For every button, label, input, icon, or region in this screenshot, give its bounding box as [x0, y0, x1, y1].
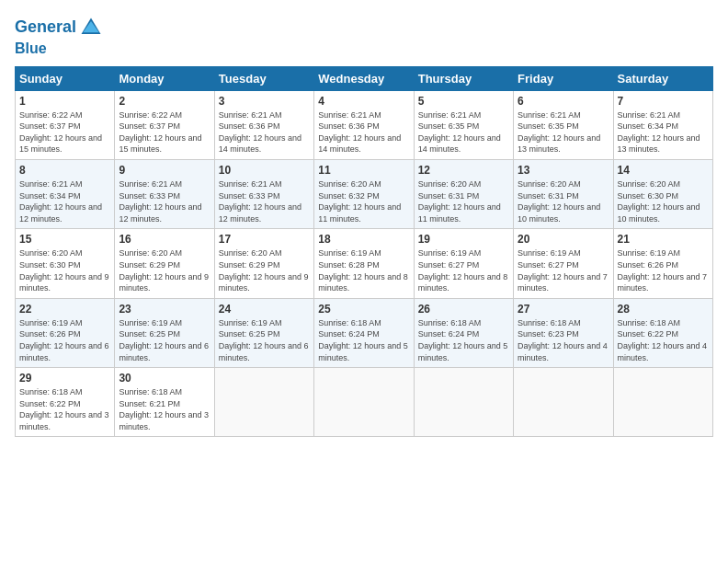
calendar-cell: 21 Sunrise: 6:19 AMSunset: 6:26 PMDaylig… [613, 229, 712, 298]
day-info: Sunrise: 6:22 AMSunset: 6:37 PMDaylight:… [119, 110, 201, 155]
day-header-saturday: Saturday [613, 66, 712, 90]
day-info: Sunrise: 6:18 AMSunset: 6:24 PMDaylight:… [318, 318, 408, 362]
day-info: Sunrise: 6:20 AMSunset: 6:29 PMDaylight:… [119, 248, 209, 293]
day-number: 11 [318, 164, 409, 177]
calendar-container: General Blue SundayMondayTuesdayWednesda… [0, 0, 728, 563]
day-header-monday: Monday [115, 66, 214, 90]
day-info: Sunrise: 6:18 AMSunset: 6:22 PMDaylight:… [618, 318, 708, 362]
calendar-cell [514, 368, 613, 437]
svg-marker-1 [83, 21, 99, 32]
calendar-cell: 26 Sunrise: 6:18 AMSunset: 6:24 PMDaylig… [414, 298, 513, 367]
calendar-week-4: 22 Sunrise: 6:19 AMSunset: 6:26 PMDaylig… [16, 298, 713, 367]
calendar-cell: 1 Sunrise: 6:22 AMSunset: 6:37 PMDayligh… [16, 90, 115, 159]
day-info: Sunrise: 6:20 AMSunset: 6:29 PMDaylight:… [219, 248, 309, 293]
calendar-cell: 8 Sunrise: 6:21 AMSunset: 6:34 PMDayligh… [16, 159, 115, 228]
calendar-cell: 27 Sunrise: 6:18 AMSunset: 6:23 PMDaylig… [514, 298, 613, 367]
day-number: 1 [19, 95, 110, 108]
calendar-cell: 9 Sunrise: 6:21 AMSunset: 6:33 PMDayligh… [115, 159, 214, 228]
calendar-cell: 16 Sunrise: 6:20 AMSunset: 6:29 PMDaylig… [115, 229, 214, 298]
calendar-cell: 11 Sunrise: 6:20 AMSunset: 6:32 PMDaylig… [314, 159, 414, 228]
day-number: 2 [119, 95, 210, 108]
day-info: Sunrise: 6:18 AMSunset: 6:24 PMDaylight:… [418, 318, 508, 362]
day-info: Sunrise: 6:21 AMSunset: 6:36 PMDaylight:… [219, 110, 301, 155]
day-info: Sunrise: 6:20 AMSunset: 6:32 PMDaylight:… [318, 179, 401, 224]
calendar-cell [613, 368, 712, 437]
calendar-cell: 10 Sunrise: 6:21 AMSunset: 6:33 PMDaylig… [214, 159, 313, 228]
day-number: 6 [518, 95, 609, 108]
day-info: Sunrise: 6:22 AMSunset: 6:37 PMDaylight:… [19, 110, 102, 155]
day-number: 23 [119, 303, 210, 316]
day-number: 12 [418, 164, 509, 177]
day-number: 27 [518, 303, 609, 316]
calendar-table: SundayMondayTuesdayWednesdayThursdayFrid… [15, 66, 713, 438]
day-number: 25 [318, 303, 409, 316]
logo-text: General [15, 18, 76, 37]
day-number: 21 [618, 233, 709, 246]
day-number: 5 [418, 95, 509, 108]
day-info: Sunrise: 6:19 AMSunset: 6:25 PMDaylight:… [219, 318, 309, 362]
day-number: 14 [618, 164, 709, 177]
day-number: 16 [119, 233, 210, 246]
day-info: Sunrise: 6:20 AMSunset: 6:30 PMDaylight:… [618, 179, 700, 224]
calendar-cell: 6 Sunrise: 6:21 AMSunset: 6:35 PMDayligh… [514, 90, 613, 159]
day-number: 18 [318, 233, 409, 246]
calendar-week-2: 8 Sunrise: 6:21 AMSunset: 6:34 PMDayligh… [16, 159, 713, 228]
day-info: Sunrise: 6:21 AMSunset: 6:35 PMDaylight:… [418, 110, 501, 155]
day-info: Sunrise: 6:19 AMSunset: 6:27 PMDaylight:… [418, 248, 508, 293]
logo-icon [78, 15, 104, 40]
calendar-week-3: 15 Sunrise: 6:20 AMSunset: 6:30 PMDaylig… [16, 229, 713, 298]
day-number: 15 [19, 233, 110, 246]
day-number: 19 [418, 233, 509, 246]
day-info: Sunrise: 6:20 AMSunset: 6:31 PMDaylight:… [418, 179, 501, 224]
day-info: Sunrise: 6:21 AMSunset: 6:36 PMDaylight:… [318, 110, 401, 155]
calendar-cell: 30 Sunrise: 6:18 AMSunset: 6:21 PMDaylig… [115, 368, 214, 437]
logo-blue-text: Blue [15, 40, 47, 57]
day-number: 20 [518, 233, 609, 246]
day-number: 28 [618, 303, 709, 316]
calendar-body: 1 Sunrise: 6:22 AMSunset: 6:37 PMDayligh… [16, 90, 713, 437]
day-info: Sunrise: 6:21 AMSunset: 6:34 PMDaylight:… [618, 110, 700, 155]
day-number: 8 [19, 164, 110, 177]
day-number: 10 [219, 164, 310, 177]
calendar-cell: 3 Sunrise: 6:21 AMSunset: 6:36 PMDayligh… [214, 90, 313, 159]
day-info: Sunrise: 6:21 AMSunset: 6:33 PMDaylight:… [119, 179, 201, 224]
day-info: Sunrise: 6:21 AMSunset: 6:34 PMDaylight:… [19, 179, 102, 224]
calendar-cell: 29 Sunrise: 6:18 AMSunset: 6:22 PMDaylig… [16, 368, 115, 437]
calendar-cell: 2 Sunrise: 6:22 AMSunset: 6:37 PMDayligh… [115, 90, 214, 159]
calendar-cell: 4 Sunrise: 6:21 AMSunset: 6:36 PMDayligh… [314, 90, 414, 159]
day-info: Sunrise: 6:18 AMSunset: 6:21 PMDaylight:… [119, 387, 209, 431]
day-info: Sunrise: 6:21 AMSunset: 6:35 PMDaylight:… [518, 110, 600, 155]
calendar-cell: 13 Sunrise: 6:20 AMSunset: 6:31 PMDaylig… [514, 159, 613, 228]
calendar-cell: 17 Sunrise: 6:20 AMSunset: 6:29 PMDaylig… [214, 229, 313, 298]
day-info: Sunrise: 6:19 AMSunset: 6:28 PMDaylight:… [318, 248, 408, 293]
calendar-cell: 28 Sunrise: 6:18 AMSunset: 6:22 PMDaylig… [613, 298, 712, 367]
day-header-wednesday: Wednesday [314, 66, 414, 90]
calendar-cell: 18 Sunrise: 6:19 AMSunset: 6:28 PMDaylig… [314, 229, 414, 298]
day-info: Sunrise: 6:18 AMSunset: 6:22 PMDaylight:… [19, 387, 109, 431]
day-header-sunday: Sunday [16, 66, 115, 90]
day-header-friday: Friday [514, 66, 613, 90]
day-number: 9 [119, 164, 210, 177]
calendar-cell: 19 Sunrise: 6:19 AMSunset: 6:27 PMDaylig… [414, 229, 513, 298]
day-info: Sunrise: 6:21 AMSunset: 6:33 PMDaylight:… [219, 179, 301, 224]
day-number: 26 [418, 303, 509, 316]
calendar-cell: 20 Sunrise: 6:19 AMSunset: 6:27 PMDaylig… [514, 229, 613, 298]
calendar-cell [414, 368, 513, 437]
calendar-cell: 5 Sunrise: 6:21 AMSunset: 6:35 PMDayligh… [414, 90, 513, 159]
calendar-week-5: 29 Sunrise: 6:18 AMSunset: 6:22 PMDaylig… [16, 368, 713, 437]
day-header-thursday: Thursday [414, 66, 513, 90]
day-info: Sunrise: 6:20 AMSunset: 6:31 PMDaylight:… [518, 179, 600, 224]
day-info: Sunrise: 6:19 AMSunset: 6:26 PMDaylight:… [618, 248, 708, 293]
calendar-cell: 14 Sunrise: 6:20 AMSunset: 6:30 PMDaylig… [613, 159, 712, 228]
day-info: Sunrise: 6:19 AMSunset: 6:26 PMDaylight:… [19, 318, 109, 362]
day-number: 30 [119, 372, 210, 385]
day-number: 24 [219, 303, 310, 316]
calendar-cell [214, 368, 313, 437]
calendar-cell: 23 Sunrise: 6:19 AMSunset: 6:25 PMDaylig… [115, 298, 214, 367]
calendar-cell: 15 Sunrise: 6:20 AMSunset: 6:30 PMDaylig… [16, 229, 115, 298]
day-number: 17 [219, 233, 310, 246]
calendar-cell [314, 368, 414, 437]
day-number: 4 [318, 95, 409, 108]
day-number: 3 [219, 95, 310, 108]
day-info: Sunrise: 6:18 AMSunset: 6:23 PMDaylight:… [518, 318, 608, 362]
